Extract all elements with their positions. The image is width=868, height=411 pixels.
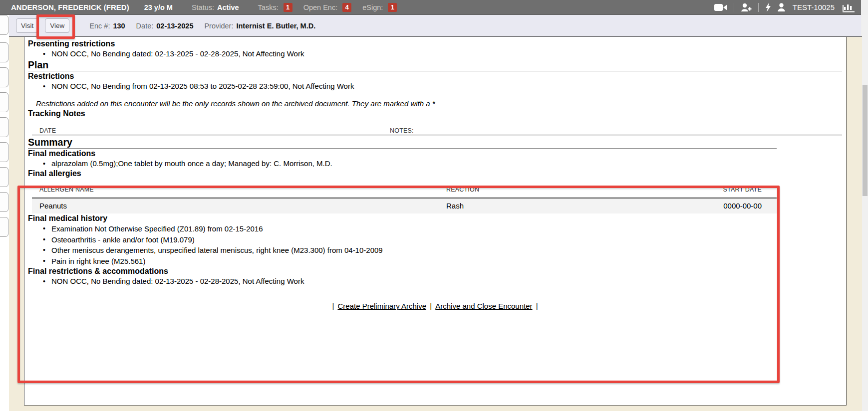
side-tab[interactable] [0, 192, 8, 212]
archive-and-close-encounter-link[interactable]: Archive and Close Encounter [435, 302, 532, 310]
presenting-restriction-item: NON OCC, No Bending dated: 02-13-2025 - … [28, 49, 842, 59]
allergy-name-cell: Peanuts [32, 201, 446, 211]
medical-history-item: Other meniscus derangements, unspecified… [28, 245, 842, 256]
tracking-col-notes: NOTES: [390, 126, 414, 136]
enc-number-label: Enc #: [89, 22, 110, 30]
user-id[interactable]: TEST-10025 [793, 3, 835, 11]
section-summary-heading: Summary [28, 136, 842, 148]
side-tab[interactable] [0, 117, 8, 137]
tracking-notes-table-header: DATE NOTES: [32, 126, 842, 136]
archive-actions: | Create Preliminary Archive | Archive a… [28, 302, 842, 311]
side-tab[interactable] [0, 92, 8, 112]
allergies-col-start-date: START DATE [722, 185, 777, 195]
side-tab[interactable] [0, 217, 8, 237]
add-user-icon[interactable] [741, 3, 752, 12]
provider-value: Internist E. Butler, M.D. [236, 22, 315, 30]
divider [758, 3, 759, 12]
section-plan-heading: Plan [28, 59, 842, 71]
tab-visit[interactable]: Visit [16, 18, 38, 33]
section-presenting-restrictions-heading: Presenting restrictions [28, 39, 842, 49]
open-enc-count-badge[interactable]: 4 [342, 3, 351, 12]
allergies-table-header: ALLERGEN NAME REACTION START DATE [32, 185, 777, 199]
patient-name: ANDERSON, FREDERICK (FRED) [11, 3, 129, 11]
vertical-scrollbar-thumb[interactable] [863, 85, 868, 196]
allergy-start-date-cell: 0000-00-00 [722, 201, 777, 211]
divider [734, 3, 734, 12]
create-preliminary-archive-link[interactable]: Create Preliminary Archive [337, 302, 426, 310]
enc-number-value: 130 [113, 22, 125, 30]
restrictions-note: Restrictions added on this encounter wil… [36, 99, 842, 109]
user-icon[interactable] [778, 3, 785, 11]
final-allergies-table: ALLERGEN NAME REACTION START DATE Peanut… [32, 185, 777, 213]
final-restriction-item: NON OCC, No Bending dated: 02-13-2025 - … [28, 276, 842, 286]
patient-age-sex: 23 y/o M [144, 3, 173, 11]
medical-history-item: Pain in right knee (M25.561) [28, 256, 842, 267]
side-tab[interactable] [0, 15, 8, 35]
date-label: Date: [136, 22, 154, 30]
encounter-document: Presenting restrictions NON OCC, No Bend… [24, 36, 847, 406]
tracking-notes-heading: Tracking Notes [28, 109, 842, 119]
left-side-tab-rail [0, 15, 9, 411]
allergy-table-row: Peanuts Rash 0000-00-00 [32, 199, 777, 213]
side-tab[interactable] [0, 42, 8, 62]
status-label: Status: [192, 3, 214, 11]
open-enc-label: Open Enc: [303, 3, 338, 11]
esign-label: eSign: [362, 3, 383, 11]
allergies-col-allergen: ALLERGEN NAME [32, 185, 446, 195]
lightning-icon[interactable] [765, 2, 771, 12]
medical-history-item: Examination Not Otherwise Specified (Z01… [28, 223, 842, 234]
provider-label: Provider: [204, 22, 233, 30]
restriction-item: NON OCC, No Bending from 02-13-2025 08:5… [28, 81, 842, 91]
separator: | [536, 302, 538, 310]
tracking-col-date: DATE [39, 126, 56, 136]
date-value: 02-13-2025 [156, 22, 193, 30]
allergy-reaction-cell: Rash [446, 201, 722, 211]
side-tab[interactable] [0, 167, 8, 187]
allergies-col-reaction: REACTION [446, 185, 722, 195]
vertical-scrollbar-track[interactable] [862, 15, 868, 411]
final-medication-item: alprazolam (0.5mg);One tablet by mouth o… [28, 159, 842, 169]
final-medical-history-heading: Final medical history [28, 213, 842, 223]
tab-view[interactable]: View [45, 18, 69, 33]
final-allergies-heading: Final allergies [28, 169, 842, 179]
side-tab[interactable] [0, 67, 8, 87]
separator: | [430, 302, 432, 310]
tasks-label: Tasks: [258, 3, 279, 11]
side-tab[interactable] [0, 142, 8, 162]
patient-header-bar: ANDERSON, FREDERICK (FRED) 23 y/o M Stat… [0, 0, 861, 15]
tasks-count-badge[interactable]: 1 [284, 3, 292, 12]
final-medications-heading: Final medications [28, 149, 842, 159]
encounter-toolbar: Visit View Enc #: 130 Date: 02-13-2025 P… [0, 15, 861, 36]
video-camera-icon[interactable] [714, 3, 727, 11]
medical-history-item: Osteoarthritis - ankle and/or foot (M19.… [28, 234, 842, 245]
stats-chart-icon[interactable] [842, 2, 855, 12]
restrictions-heading: Restrictions [28, 71, 842, 81]
final-restrictions-heading: Final restrictions & accommodations [28, 266, 842, 276]
esign-count-badge[interactable]: 1 [388, 3, 397, 12]
separator: | [332, 302, 334, 310]
status-value: Active [217, 3, 239, 11]
